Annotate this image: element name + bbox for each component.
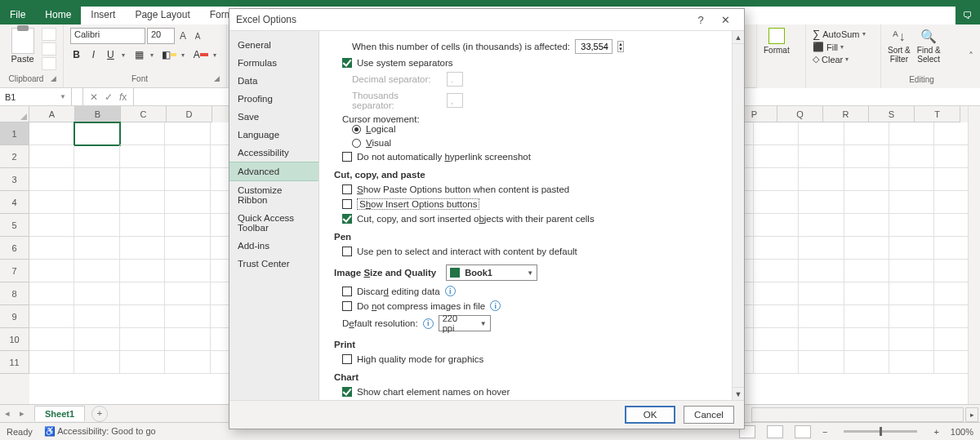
cell[interactable] [799, 260, 844, 282]
cell[interactable] [74, 328, 119, 351]
cell[interactable] [889, 305, 934, 328]
cell[interactable] [165, 282, 210, 305]
cell[interactable] [889, 237, 934, 260]
fill-color-button[interactable]: ◧ [162, 47, 176, 62]
cell[interactable] [844, 260, 889, 282]
row-header[interactable]: 1 [0, 122, 29, 145]
row-header[interactable]: 5 [0, 214, 29, 237]
close-button[interactable]: ✕ [713, 14, 737, 26]
vertical-scrollbar[interactable] [968, 106, 980, 404]
image-workbook-combo[interactable]: Book1▼ [446, 264, 537, 281]
border-button[interactable]: ▦ [133, 47, 145, 62]
column-header[interactable]: Q [777, 106, 823, 122]
horizontal-scrollbar[interactable] [751, 407, 964, 422]
cell[interactable] [165, 328, 210, 351]
cell[interactable] [165, 351, 210, 374]
options-nav-item[interactable]: Save [229, 108, 318, 126]
bold-button[interactable]: B [70, 47, 82, 62]
cell[interactable] [120, 122, 165, 145]
cell[interactable] [844, 214, 889, 237]
cell[interactable] [799, 282, 844, 305]
cell[interactable] [74, 237, 119, 260]
row-header[interactable]: 11 [0, 351, 29, 374]
default-resolution-combo[interactable]: 220 ppi▼ [439, 315, 491, 331]
cell[interactable] [844, 145, 889, 168]
cell[interactable] [120, 351, 165, 374]
font-name-combo[interactable]: Calibri [70, 28, 145, 44]
cell[interactable] [844, 122, 889, 145]
tab-file[interactable]: File [0, 7, 35, 24]
font-color-button[interactable]: A [194, 47, 208, 62]
cell[interactable] [74, 168, 119, 191]
cell[interactable] [889, 214, 934, 237]
cell[interactable] [799, 214, 844, 237]
options-nav-item[interactable]: Accessibility [229, 144, 318, 162]
use-system-separators-checkbox[interactable] [342, 58, 352, 68]
cell[interactable] [844, 282, 889, 305]
cell[interactable] [754, 351, 799, 374]
options-nav-item[interactable]: Customize Ribbon [229, 181, 318, 209]
tab-home[interactable]: Home [35, 7, 81, 24]
row-header[interactable]: 10 [0, 328, 29, 351]
cell[interactable] [889, 351, 934, 374]
help-button[interactable]: ? [688, 14, 713, 26]
info-icon[interactable]: i [445, 286, 456, 296]
cell[interactable] [754, 168, 799, 191]
font-size-combo[interactable]: 20 [147, 28, 175, 44]
decrease-font-icon[interactable]: A [191, 29, 204, 42]
cell[interactable] [799, 191, 844, 214]
cell[interactable] [754, 122, 799, 145]
cell[interactable] [29, 122, 74, 145]
cell[interactable] [799, 237, 844, 260]
cell[interactable] [799, 351, 844, 374]
cancel-formula-icon[interactable]: ✕ [90, 91, 98, 103]
spinner-down-icon[interactable]: ▼ [618, 47, 623, 51]
cell[interactable] [889, 328, 934, 351]
zoom-level[interactable]: 100% [951, 427, 973, 437]
cell[interactable] [799, 168, 844, 191]
cell[interactable] [165, 260, 210, 282]
tab-page-layout[interactable]: Page Layout [125, 7, 199, 24]
autosum-button[interactable]: ∑AutoSum▾ [813, 28, 874, 40]
scroll-down-icon[interactable]: ▼ [733, 387, 744, 400]
column-header[interactable]: T [915, 106, 960, 122]
cell[interactable] [889, 145, 934, 168]
ok-button[interactable]: OK [625, 406, 675, 424]
cell[interactable] [29, 145, 74, 168]
cursor-logical-radio[interactable] [352, 125, 361, 134]
cell[interactable] [29, 191, 74, 214]
italic-button[interactable]: I [87, 47, 100, 62]
scroll-right-icon[interactable]: ▸ [965, 407, 978, 422]
cell[interactable] [889, 122, 934, 145]
cell[interactable] [754, 145, 799, 168]
cell[interactable] [754, 282, 799, 305]
cell[interactable] [799, 328, 844, 351]
column-header[interactable]: A [29, 106, 75, 122]
show-paste-options-checkbox[interactable] [342, 184, 352, 194]
options-nav-item[interactable]: Advanced [229, 162, 318, 181]
cell[interactable] [754, 191, 799, 214]
show-insert-options-checkbox[interactable] [342, 199, 352, 209]
pagelayout-view-button[interactable] [767, 425, 783, 438]
cell[interactable] [799, 145, 844, 168]
options-nav-item[interactable]: Trust Center [229, 255, 318, 273]
cell[interactable] [120, 305, 165, 328]
options-nav-item[interactable]: Data [229, 72, 318, 90]
cell[interactable] [74, 191, 119, 214]
use-pen-checkbox[interactable] [342, 247, 352, 256]
cell[interactable] [74, 305, 119, 328]
tab-insert[interactable]: Insert [81, 7, 125, 24]
options-nav-item[interactable]: Proofing [229, 90, 318, 108]
cell[interactable] [844, 237, 889, 260]
prev-sheet-icon[interactable]: ◂ [0, 408, 15, 419]
cell[interactable] [74, 282, 119, 305]
column-header[interactable]: B [75, 106, 121, 122]
no-hyperlink-checkbox[interactable] [342, 152, 352, 162]
cell[interactable] [120, 168, 165, 191]
cell[interactable] [29, 260, 74, 282]
format-painter-button[interactable] [42, 57, 56, 70]
cell[interactable] [120, 260, 165, 282]
cell[interactable] [165, 168, 210, 191]
column-header[interactable]: C [121, 106, 167, 122]
next-sheet-icon[interactable]: ▸ [15, 408, 29, 419]
